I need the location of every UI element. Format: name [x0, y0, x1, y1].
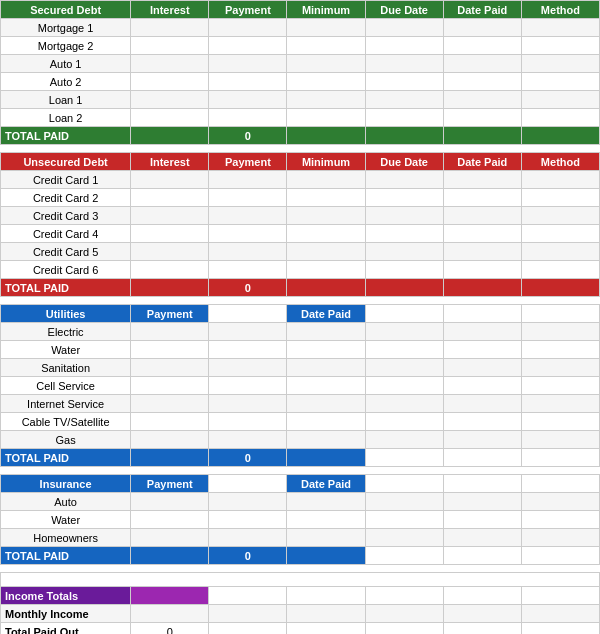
unsecured-row-2-datepaid[interactable]	[443, 207, 521, 225]
unsecured-row-5-payment[interactable]	[209, 261, 287, 279]
utilities-row-4-datepaid[interactable]	[287, 395, 365, 413]
unsecured-row-5-minimum[interactable]	[287, 261, 365, 279]
unsecured-row-4-minimum[interactable]	[287, 243, 365, 261]
secured-row-5-duedate[interactable]	[365, 109, 443, 127]
secured-row-1-datepaid[interactable]	[443, 37, 521, 55]
secured-row-2-minimum[interactable]	[287, 55, 365, 73]
secured-total-label: TOTAL PAID	[1, 127, 131, 145]
secured-row-0-datepaid[interactable]	[443, 19, 521, 37]
utilities-row-5-datepaid[interactable]	[287, 413, 365, 431]
utilities-row-5-payment[interactable]	[131, 413, 209, 431]
utilities-row-6-payment[interactable]	[131, 431, 209, 449]
secured-row-4-duedate[interactable]	[365, 91, 443, 109]
unsecured-row-4-duedate[interactable]	[365, 243, 443, 261]
unsecured-row-1-minimum[interactable]	[287, 189, 365, 207]
unsecured-row-3-payment[interactable]	[209, 225, 287, 243]
insurance-row-2-col6	[521, 529, 599, 547]
utilities-row-2-payment[interactable]	[131, 359, 209, 377]
utilities-row-0-datepaid[interactable]	[287, 323, 365, 341]
unsecured-row-4-interest[interactable]	[131, 243, 209, 261]
unsecured-row-4-payment[interactable]	[209, 243, 287, 261]
unsecured-row-1-method[interactable]	[521, 189, 599, 207]
secured-row-4-payment[interactable]	[209, 91, 287, 109]
unsecured-row-0-interest[interactable]	[131, 171, 209, 189]
secured-row-5-minimum[interactable]	[287, 109, 365, 127]
secured-row-0-duedate[interactable]	[365, 19, 443, 37]
unsecured-row-0-payment[interactable]	[209, 171, 287, 189]
unsecured-row-1-interest[interactable]	[131, 189, 209, 207]
secured-row-4-method[interactable]	[521, 91, 599, 109]
utilities-row-1-datepaid[interactable]	[287, 341, 365, 359]
unsecured-row-0-minimum[interactable]	[287, 171, 365, 189]
secured-row-5-payment[interactable]	[209, 109, 287, 127]
utilities-row-2-datepaid[interactable]	[287, 359, 365, 377]
utilities-row-3-datepaid[interactable]	[287, 377, 365, 395]
secured-row-3-payment[interactable]	[209, 73, 287, 91]
secured-row-2-datepaid[interactable]	[443, 55, 521, 73]
secured-row-3-interest[interactable]	[131, 73, 209, 91]
secured-row-2-interest[interactable]	[131, 55, 209, 73]
secured-row-0-method[interactable]	[521, 19, 599, 37]
secured-row-1-duedate[interactable]	[365, 37, 443, 55]
secured-row-1-minimum[interactable]	[287, 37, 365, 55]
insurance-total-col4	[365, 547, 443, 565]
secured-row-4-datepaid[interactable]	[443, 91, 521, 109]
unsecured-row-2-payment[interactable]	[209, 207, 287, 225]
unsecured-row-5-method[interactable]	[521, 261, 599, 279]
utilities-row-3-payment[interactable]	[131, 377, 209, 395]
unsecured-row-3-interest[interactable]	[131, 225, 209, 243]
secured-row-0-payment[interactable]	[209, 19, 287, 37]
utilities-row-1-payment[interactable]	[131, 341, 209, 359]
secured-row-0-minimum[interactable]	[287, 19, 365, 37]
secured-row-1-interest[interactable]	[131, 37, 209, 55]
secured-row-3-minimum[interactable]	[287, 73, 365, 91]
unsecured-row-5-datepaid[interactable]	[443, 261, 521, 279]
secured-row-3-datepaid[interactable]	[443, 73, 521, 91]
utilities-total-col3	[287, 449, 365, 467]
unsecured-row-4-datepaid[interactable]	[443, 243, 521, 261]
secured-row-4-interest[interactable]	[131, 91, 209, 109]
unsecured-row-2-minimum[interactable]	[287, 207, 365, 225]
insurance-row-1-payment[interactable]	[131, 511, 209, 529]
insurance-row-2-datepaid[interactable]	[287, 529, 365, 547]
insurance-row-0-payment[interactable]	[131, 493, 209, 511]
insurance-total-label: TOTAL PAID	[1, 547, 131, 565]
unsecured-row-3-method[interactable]	[521, 225, 599, 243]
secured-row-3-method[interactable]	[521, 73, 599, 91]
secured-row-5-method[interactable]	[521, 109, 599, 127]
unsecured-row-1-payment[interactable]	[209, 189, 287, 207]
unsecured-row-2-method[interactable]	[521, 207, 599, 225]
unsecured-row-2-interest[interactable]	[131, 207, 209, 225]
unsecured-row-0-duedate[interactable]	[365, 171, 443, 189]
unsecured-row-0-datepaid[interactable]	[443, 171, 521, 189]
unsecured-row-0-method[interactable]	[521, 171, 599, 189]
insurance-row-0-datepaid[interactable]	[287, 493, 365, 511]
secured-row-5-datepaid[interactable]	[443, 109, 521, 127]
income-row-0-val[interactable]	[131, 605, 209, 623]
secured-row-1-payment[interactable]	[209, 37, 287, 55]
unsecured-row-4-method[interactable]	[521, 243, 599, 261]
unsecured-row-3-datepaid[interactable]	[443, 225, 521, 243]
unsecured-row-5-interest[interactable]	[131, 261, 209, 279]
secured-row-1-method[interactable]	[521, 37, 599, 55]
unsecured-row-3-duedate[interactable]	[365, 225, 443, 243]
secured-row-2-method[interactable]	[521, 55, 599, 73]
unsecured-row-2-duedate[interactable]	[365, 207, 443, 225]
insurance-row-2-payment[interactable]	[131, 529, 209, 547]
secured-debt-header: Secured Debt	[1, 1, 131, 19]
unsecured-row-3-minimum[interactable]	[287, 225, 365, 243]
secured-row-5-interest[interactable]	[131, 109, 209, 127]
secured-row-2-payment[interactable]	[209, 55, 287, 73]
secured-row-0-interest[interactable]	[131, 19, 209, 37]
utilities-row-6-datepaid[interactable]	[287, 431, 365, 449]
unsecured-row-5-duedate[interactable]	[365, 261, 443, 279]
income-row-1-val[interactable]: 0	[131, 623, 209, 635]
secured-row-4-minimum[interactable]	[287, 91, 365, 109]
secured-row-3-duedate[interactable]	[365, 73, 443, 91]
secured-row-2-duedate[interactable]	[365, 55, 443, 73]
unsecured-row-1-datepaid[interactable]	[443, 189, 521, 207]
insurance-row-1-datepaid[interactable]	[287, 511, 365, 529]
utilities-row-0-payment[interactable]	[131, 323, 209, 341]
utilities-row-4-payment[interactable]	[131, 395, 209, 413]
unsecured-row-1-duedate[interactable]	[365, 189, 443, 207]
